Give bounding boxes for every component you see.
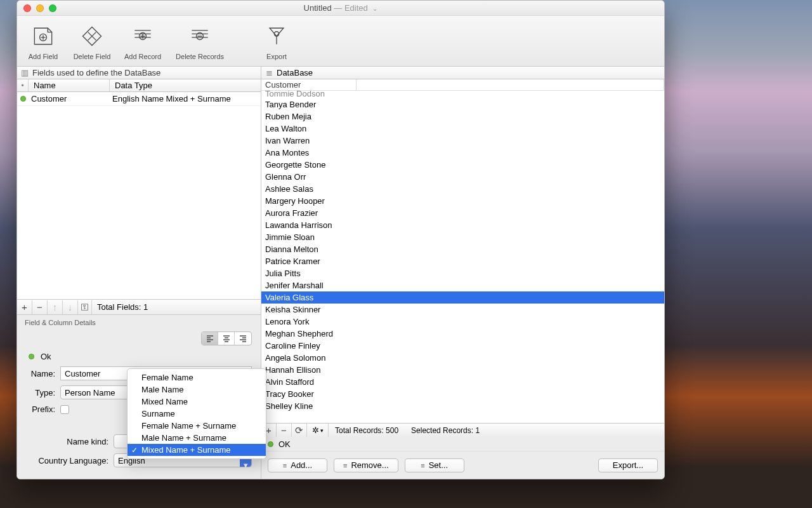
- title-suffix: — Edited: [334, 3, 367, 13]
- list-item[interactable]: Glenna Orr: [261, 171, 664, 183]
- remove-record-button[interactable]: −: [277, 424, 292, 438]
- export-button[interactable]: Export...: [598, 458, 658, 472]
- prefix-checkbox[interactable]: [60, 405, 69, 414]
- gear-menu[interactable]: ✲ ▾: [307, 424, 329, 438]
- fields-columns: • Name Data Type: [17, 79, 261, 92]
- status-ok-icon: [268, 441, 273, 447]
- remove-button[interactable]: ≡Remove...: [334, 458, 398, 472]
- add-field-icon: [29, 22, 57, 50]
- records-footer: + − ⟳ ✲ ▾ Total Records: 500 Selected Re…: [261, 423, 664, 437]
- field-details: Field & Column Details Ok Na: [17, 314, 261, 479]
- total-fields: Total Fields: 1: [92, 302, 153, 312]
- list-item[interactable]: Tommie Dodson: [261, 91, 664, 98]
- list-item[interactable]: Lawanda Harrison: [261, 219, 664, 231]
- status-ok-icon: [29, 354, 34, 359]
- list-item[interactable]: Dianna Melton: [261, 243, 664, 255]
- list-item[interactable]: Lenora York: [261, 316, 664, 328]
- list-item[interactable]: Alvin Stafford: [261, 376, 664, 388]
- list-item[interactable]: Aurora Frazier: [261, 207, 664, 219]
- move-up-button[interactable]: ↑: [48, 300, 63, 314]
- chevron-down-icon[interactable]: ⌄: [372, 5, 377, 12]
- menu-item[interactable]: Female Name + Surname: [128, 420, 266, 432]
- delete-field-button[interactable]: Delete Field: [68, 20, 116, 60]
- list-item[interactable]: Tanya Bender: [261, 98, 664, 110]
- window-title: Untitled — Edited ⌄: [17, 3, 664, 13]
- records-list[interactable]: Tommie DodsonTanya BenderRuben MejiaLea …: [261, 91, 664, 423]
- align-right-icon[interactable]: [235, 332, 251, 345]
- add-field-button[interactable]: Add Field: [21, 20, 65, 60]
- type-col[interactable]: Data Type: [110, 79, 261, 91]
- kind-label: Name kind:: [26, 437, 108, 446]
- list-item[interactable]: Meghan Shepherd: [261, 328, 664, 340]
- fields-footer: + − ↑ ↓ ⚿ Total Fields: 1: [17, 299, 261, 314]
- set-button[interactable]: ≡Set...: [405, 458, 464, 472]
- status-ok-label: OK: [278, 439, 291, 449]
- delete-field-icon: [78, 22, 106, 50]
- add-record-label: Add Record: [124, 53, 161, 60]
- list-item[interactable]: Ivan Warren: [261, 135, 664, 147]
- list-item[interactable]: Shelley Kline: [261, 400, 664, 412]
- list-item[interactable]: Ana Montes: [261, 147, 664, 159]
- delete-records-label: Delete Records: [176, 53, 224, 60]
- customer-column[interactable]: Customer: [261, 79, 357, 90]
- list-item[interactable]: Valeria Glass: [261, 291, 664, 304]
- align-left-icon[interactable]: [202, 332, 218, 345]
- database-panel: ≣ DataBase Customer Tommie DodsonTanya B…: [261, 67, 664, 479]
- reload-button[interactable]: ⟳: [292, 424, 307, 438]
- list-item[interactable]: Caroline Finley: [261, 340, 664, 352]
- move-down-button[interactable]: ↓: [63, 300, 78, 314]
- list-item[interactable]: Angela Solomon: [261, 352, 664, 364]
- field-name: Customer: [29, 94, 110, 104]
- menu-item[interactable]: ✓Mixed Name + Surname: [128, 444, 266, 456]
- titlebar: Untitled — Edited ⌄: [17, 1, 664, 16]
- type-label: Type:: [26, 388, 55, 398]
- list-item[interactable]: Lea Walton: [261, 123, 664, 135]
- name-col[interactable]: Name: [29, 79, 110, 91]
- menu-item[interactable]: Male Name: [128, 384, 266, 396]
- list-item[interactable]: Margery Hooper: [261, 195, 664, 207]
- toolbar: Add Field Delete Field Add Record Delete…: [17, 16, 664, 67]
- delete-records-button[interactable]: Delete Records: [169, 20, 230, 60]
- menu-item[interactable]: Mixed Name: [128, 396, 266, 408]
- add-button[interactable]: +: [17, 300, 32, 314]
- add-record-icon: [129, 22, 157, 50]
- details-header: Field & Column Details: [17, 315, 261, 331]
- list-item[interactable]: Patrice Kramer: [261, 255, 664, 267]
- status-col[interactable]: •: [17, 79, 29, 91]
- list-item[interactable]: Ashlee Salas: [261, 183, 664, 195]
- list-item[interactable]: Hannah Ellison: [261, 364, 664, 376]
- fields-header-label: Fields used to define the DataBase: [32, 68, 160, 77]
- list-item[interactable]: Julia Pitts: [261, 267, 664, 279]
- align-center-icon[interactable]: [218, 332, 235, 345]
- app-window: Untitled — Edited ⌄ Add Field Delete Fie…: [16, 0, 665, 479]
- lang-label: Country Language:: [26, 456, 108, 465]
- list-item[interactable]: Keisha Skinner: [261, 304, 664, 316]
- list-item[interactable]: Ruben Mejia: [261, 110, 664, 123]
- gear-icon: ✲: [312, 425, 319, 435]
- list-item[interactable]: Jimmie Sloan: [261, 231, 664, 243]
- field-row[interactable]: Customer English Name Mixed + Surname: [17, 92, 261, 106]
- menu-item[interactable]: Male Name + Surname: [128, 432, 266, 444]
- status-ok-icon: [20, 96, 26, 102]
- fields-panel: ▥ Fields used to define the DataBase • N…: [17, 67, 261, 479]
- title-name: Untitled: [304, 3, 332, 13]
- list-item[interactable]: Georgette Stone: [261, 159, 664, 171]
- export-label: Export: [266, 53, 287, 60]
- add-record-button[interactable]: Add Record: [119, 20, 167, 60]
- align-segment[interactable]: [201, 331, 252, 345]
- list-icon: ≣: [261, 68, 277, 77]
- name-kind-popup[interactable]: Female NameMale NameMixed NameSurnameFem…: [127, 368, 266, 459]
- fields-panel-header: ▥ Fields used to define the DataBase: [17, 67, 261, 79]
- export-button[interactable]: Export: [254, 20, 299, 60]
- list-item[interactable]: Jenifer Marshall: [261, 279, 664, 291]
- menu-item[interactable]: Female Name: [128, 371, 266, 384]
- name-label: Name:: [26, 369, 55, 378]
- list-item[interactable]: Tracy Booker: [261, 388, 664, 400]
- database-header: ≣ DataBase: [261, 67, 664, 79]
- menu-item[interactable]: Surname: [128, 408, 266, 420]
- add-button[interactable]: ≡Add...: [268, 458, 327, 472]
- total-records: Total Records: 500: [329, 426, 405, 435]
- add-field-label: Add Field: [29, 53, 58, 60]
- remove-button[interactable]: −: [32, 300, 48, 314]
- key-icon: ⚿: [78, 300, 92, 314]
